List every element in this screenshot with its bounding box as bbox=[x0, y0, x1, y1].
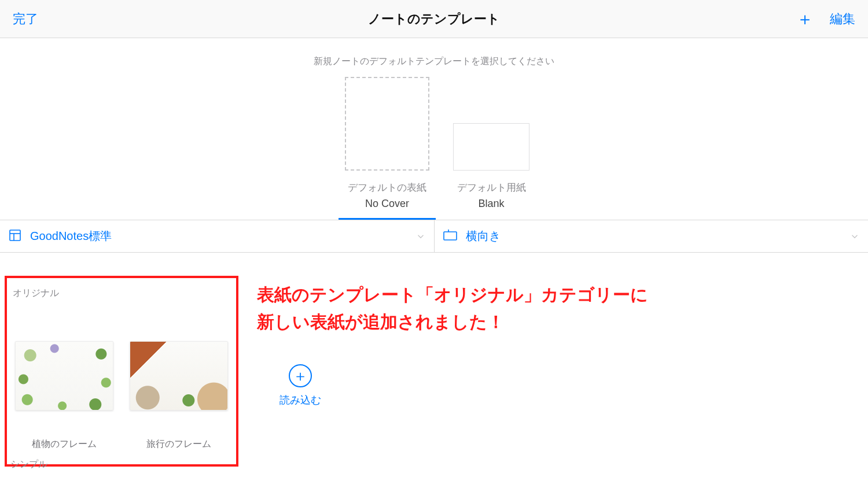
orientation-filter[interactable]: 横向き bbox=[434, 220, 869, 252]
default-cover-item[interactable]: デフォルトの表紙 No Cover bbox=[339, 77, 436, 220]
default-paper-caption: デフォルト用紙 bbox=[457, 181, 526, 194]
chevron-down-icon bbox=[849, 231, 860, 242]
default-template-section: 新規ノートのデフォルトテンプレートを選択してください デフォルトの表紙 No C… bbox=[0, 38, 868, 220]
default-cover-caption: デフォルトの表紙 bbox=[348, 181, 426, 194]
template-thumb-travel[interactable]: 旅行のフレーム bbox=[130, 341, 228, 450]
plus-circle-icon: ＋ bbox=[289, 364, 312, 387]
defaults-hint: 新規ノートのデフォルトテンプレートを選択してください bbox=[0, 56, 868, 68]
done-button[interactable]: 完了 bbox=[13, 10, 38, 28]
default-paper-item[interactable]: デフォルト用紙 Blank bbox=[453, 77, 529, 220]
blank-paper-placeholder bbox=[453, 123, 529, 171]
template-icon bbox=[8, 228, 22, 245]
plant-frame-cover bbox=[15, 341, 113, 410]
template-source-label: GoodNotes標準 bbox=[30, 228, 112, 244]
template-source-filter[interactable]: GoodNotes標準 bbox=[0, 220, 434, 252]
svg-rect-0 bbox=[10, 230, 20, 241]
orientation-label: 横向き bbox=[466, 228, 501, 244]
original-category-highlight: オリジナル 植物のフレーム 旅行のフレーム bbox=[5, 276, 238, 467]
travel-frame-cover bbox=[130, 341, 228, 410]
category-original-label: オリジナル bbox=[13, 287, 231, 299]
no-cover-placeholder bbox=[345, 77, 429, 171]
import-label: 読み込む bbox=[279, 393, 321, 407]
category-simple-label: シンプル bbox=[10, 458, 47, 471]
orientation-icon bbox=[443, 228, 458, 245]
svg-rect-3 bbox=[444, 232, 457, 240]
import-button[interactable]: ＋ 読み込む bbox=[274, 364, 326, 407]
template-thumb-plant[interactable]: 植物のフレーム bbox=[15, 341, 113, 450]
add-icon[interactable]: ＋ bbox=[796, 10, 814, 28]
page-title: ノートのテンプレート bbox=[368, 10, 500, 28]
annotation-text: 表紙のテンプレート「オリジナル」カテゴリーに 新しい表紙が追加されました！ bbox=[257, 282, 868, 335]
default-cover-value: No Cover bbox=[365, 198, 409, 210]
travel-frame-label: 旅行のフレーム bbox=[146, 438, 211, 450]
edit-button[interactable]: 編集 bbox=[830, 10, 855, 28]
filter-bar: GoodNotes標準 横向き bbox=[0, 220, 868, 253]
top-nav: 完了 ノートのテンプレート ＋ 編集 bbox=[0, 0, 868, 38]
plant-frame-label: 植物のフレーム bbox=[32, 438, 97, 450]
chevron-down-icon bbox=[415, 231, 426, 242]
default-paper-value: Blank bbox=[478, 198, 504, 210]
